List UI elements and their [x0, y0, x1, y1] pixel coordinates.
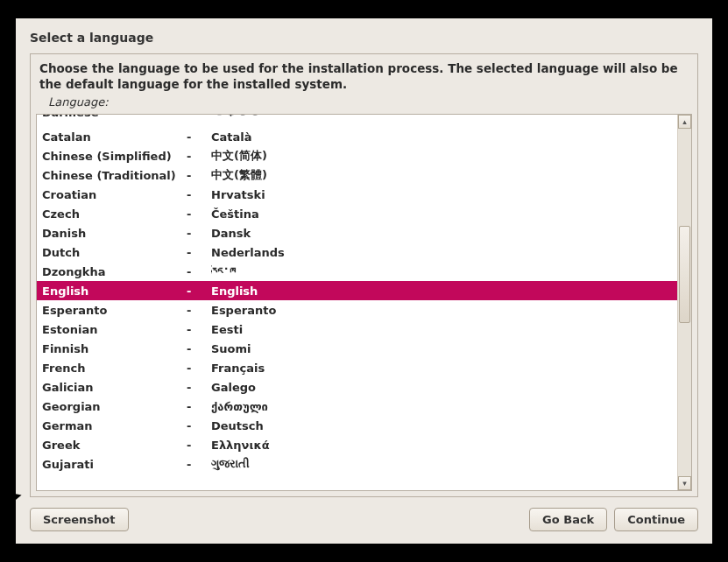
separator: -: [187, 227, 211, 240]
language-row[interactable]: Georgian-ქართული: [37, 397, 677, 416]
language-row[interactable]: French-Français: [37, 358, 677, 377]
language-row[interactable]: Czech-Čeština: [37, 204, 677, 223]
arrow-down-icon: ▾: [682, 479, 687, 488]
language-row[interactable]: English-English: [37, 281, 677, 300]
language-row[interactable]: Dzongkha-རྫོང་ཁ: [37, 262, 677, 281]
language-row[interactable]: Finnish-Suomi: [37, 339, 677, 358]
language-row[interactable]: Dutch-Nederlands: [37, 242, 677, 262]
language-name: German: [42, 419, 187, 432]
language-native: རྫོང་ཁ: [211, 265, 672, 278]
language-row[interactable]: Gujarati-ગુજરાતી: [37, 454, 677, 474]
language-native: Français: [211, 362, 672, 375]
language-row[interactable]: Esperanto-Esperanto: [37, 300, 677, 320]
language-list[interactable]: Burmese-မြန်မာစာCatalan-CatalàChinese (S…: [37, 115, 677, 490]
separator: -: [187, 381, 211, 394]
language-native: Català: [211, 130, 672, 144]
language-label: Language:: [36, 94, 692, 114]
language-row[interactable]: Croatian-Hrvatski: [37, 185, 677, 204]
language-list-container: Burmese-မြန်မာစာCatalan-CatalàChinese (S…: [36, 114, 692, 491]
language-native: Esperanto: [211, 304, 672, 317]
language-row[interactable]: Danish-Dansk: [37, 223, 677, 242]
page-title: Select a language: [30, 31, 698, 45]
scroll-track[interactable]: [678, 129, 691, 476]
language-name: Czech: [42, 207, 187, 221]
spacer: [136, 508, 523, 531]
separator: -: [187, 265, 211, 278]
separator: -: [187, 304, 211, 317]
language-native: ქართული: [211, 400, 672, 413]
separator: -: [187, 188, 211, 201]
language-name: Dzongkha: [42, 265, 187, 278]
language-name: English: [42, 285, 187, 298]
language-name: Danish: [42, 227, 187, 240]
language-name: Croatian: [42, 188, 187, 201]
separator: -: [187, 458, 211, 471]
language-native: 中文(繁體): [211, 167, 672, 183]
instructions-text: Choose the language to be used for the i…: [36, 60, 692, 94]
language-native: Galego: [211, 381, 672, 394]
scroll-down-button[interactable]: ▾: [678, 476, 691, 490]
language-name: Gujarati: [42, 458, 187, 471]
language-native: Čeština: [211, 207, 672, 221]
language-name: Greek: [42, 439, 187, 452]
arrow-up-icon: ▴: [682, 117, 687, 126]
go-back-button[interactable]: Go Back: [529, 508, 607, 531]
language-native: Hrvatski: [211, 188, 672, 201]
language-native: မြန်မာစာ: [211, 115, 672, 119]
language-name: Chinese (Simplified): [42, 150, 187, 163]
separator: -: [187, 285, 211, 298]
language-row[interactable]: Chinese (Simplified)-中文(简体): [37, 146, 677, 165]
language-name: Chinese (Traditional): [42, 169, 187, 182]
language-native: Dansk: [211, 227, 672, 240]
language-native: 中文(简体): [211, 148, 672, 164]
language-name: Georgian: [42, 400, 187, 413]
language-native: Ελληνικά: [211, 439, 672, 452]
screenshot-button[interactable]: Screenshot: [30, 508, 129, 531]
language-name: Estonian: [42, 323, 187, 336]
separator: -: [187, 342, 211, 355]
installer-window: Select a language Choose the language to…: [16, 18, 712, 544]
separator: -: [187, 150, 211, 163]
language-row[interactable]: Galician-Galego: [37, 377, 677, 397]
language-row[interactable]: Estonian-Eesti: [37, 320, 677, 339]
separator: -: [187, 130, 211, 144]
language-row[interactable]: Chinese (Traditional)-中文(繁體): [37, 165, 677, 185]
language-row[interactable]: German-Deutsch: [37, 416, 677, 435]
language-name: French: [42, 362, 187, 375]
separator: -: [187, 323, 211, 336]
language-name: Galician: [42, 381, 187, 394]
separator: -: [187, 439, 211, 452]
separator: -: [187, 419, 211, 432]
language-name: Finnish: [42, 342, 187, 355]
language-native: Deutsch: [211, 419, 672, 432]
language-row[interactable]: Burmese-မြန်မာစာ: [37, 115, 677, 127]
main-panel: Choose the language to be used for the i…: [30, 53, 698, 497]
language-row[interactable]: Greek-Ελληνικά: [37, 435, 677, 454]
continue-button[interactable]: Continue: [614, 508, 698, 531]
language-name: Burmese: [42, 115, 187, 119]
language-name: Dutch: [42, 246, 187, 259]
scroll-thumb[interactable]: [679, 226, 690, 323]
separator: -: [187, 362, 211, 375]
separator: -: [187, 246, 211, 259]
language-native: Nederlands: [211, 246, 672, 259]
button-bar: Screenshot Go Back Continue: [30, 508, 698, 531]
language-native: Eesti: [211, 323, 672, 336]
language-native: Suomi: [211, 342, 672, 355]
separator: -: [187, 400, 211, 413]
separator: -: [187, 207, 211, 221]
scrollbar[interactable]: ▴ ▾: [677, 115, 691, 490]
scroll-up-button[interactable]: ▴: [678, 115, 691, 129]
language-name: Esperanto: [42, 304, 187, 317]
language-row[interactable]: Catalan-Català: [37, 127, 677, 146]
separator: -: [187, 169, 211, 182]
separator: -: [187, 115, 211, 119]
language-native: English: [211, 285, 672, 298]
language-name: Catalan: [42, 130, 187, 144]
language-native: ગુજરાતી: [211, 457, 672, 471]
